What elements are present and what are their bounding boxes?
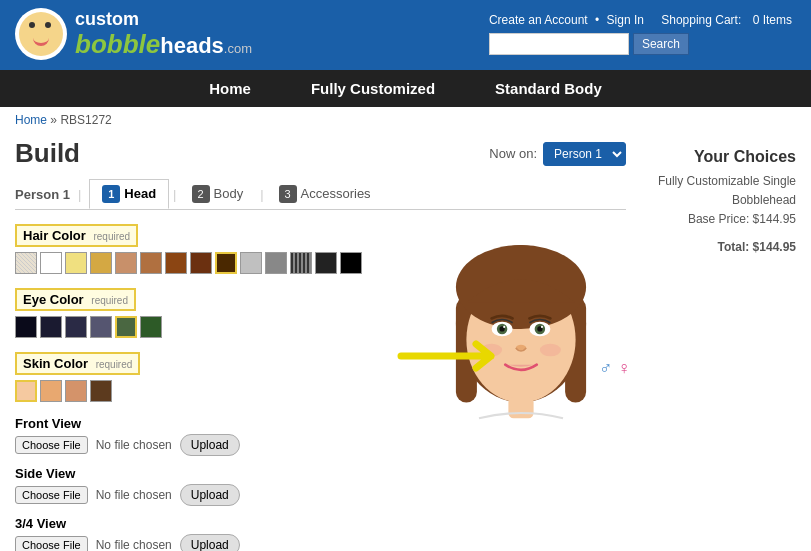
three-quarter-upload-btn[interactable]: Upload <box>180 534 240 551</box>
build-title: Build <box>15 138 80 169</box>
hair-swatch-brown[interactable] <box>165 252 187 274</box>
three-quarter-view-upload: 3/4 View Choose File No file chosen Uplo… <box>15 516 406 551</box>
front-view-upload-btn[interactable]: Upload <box>180 434 240 456</box>
hair-swatch-very-dark[interactable] <box>315 252 337 274</box>
side-view-label: Side View <box>15 466 406 481</box>
hair-swatch-white[interactable] <box>40 252 62 274</box>
hair-color-section: Hair Color required <box>15 224 406 274</box>
side-view-no-file: No file chosen <box>96 488 172 502</box>
female-icon[interactable]: ♀ <box>618 358 632 378</box>
male-icon[interactable]: ♂ <box>599 358 613 378</box>
side-view-upload: Side View Choose File No file chosen Upl… <box>15 466 406 506</box>
hair-color-label: Hair Color required <box>15 224 138 247</box>
build-header: Build Now on: Person 1 <box>15 138 626 169</box>
front-view-controls: Choose File No file chosen Upload <box>15 434 406 456</box>
skin-color-section: Skin Color required <box>15 352 406 402</box>
your-choices-panel: Your Choices Fully Customizable Single B… <box>636 138 796 551</box>
logo-bobbleheads: bobbleheads.com <box>75 30 252 59</box>
hair-swatch-light-brown[interactable] <box>115 252 137 274</box>
logo-circle <box>15 8 67 60</box>
eye-color-label: Eye Color required <box>15 288 136 311</box>
face-preview-svg <box>436 224 606 434</box>
skin-color-swatches <box>15 380 406 402</box>
nav-home[interactable]: Home <box>209 80 251 97</box>
side-view-controls: Choose File No file chosen Upload <box>15 484 406 506</box>
eye-color-swatches <box>15 316 406 338</box>
hair-swatch-black[interactable] <box>340 252 362 274</box>
skin-swatch-light[interactable] <box>15 380 37 402</box>
eye-swatch-2[interactable] <box>40 316 62 338</box>
nav-standard-body[interactable]: Standard Body <box>495 80 602 97</box>
skin-color-label: Skin Color required <box>15 352 140 375</box>
options-col: Hair Color required <box>15 224 406 551</box>
content-row: Hair Color required <box>15 224 626 551</box>
header-right: Create an Account • Sign In Shopping Car… <box>489 13 796 55</box>
skin-swatch-dark[interactable] <box>90 380 112 402</box>
svg-point-12 <box>541 326 543 328</box>
head-body-tabs: Person 1 | 1Head | 2Body | 3Accessories <box>15 179 626 210</box>
side-view-upload-btn[interactable]: Upload <box>180 484 240 506</box>
gender-icons[interactable]: ♂ ♀ <box>599 358 631 379</box>
person-tab-label: Person 1 <box>15 187 70 202</box>
front-view-file-btn[interactable]: Choose File <box>15 436 88 454</box>
three-quarter-file-btn[interactable]: Choose File <box>15 536 88 551</box>
your-choices-desc2: Bobblehead <box>636 191 796 210</box>
breadcrumb: Home » RBS1272 <box>0 107 811 133</box>
eye-swatch-green[interactable] <box>115 316 137 338</box>
sign-in-link[interactable]: Sign In <box>607 13 644 27</box>
site-header: custom bobbleheads.com Create an Account… <box>0 0 811 70</box>
your-choices-heading: Your Choices <box>636 148 796 166</box>
eye-swatch-1[interactable] <box>15 316 37 338</box>
hair-swatch-gold[interactable] <box>90 252 112 274</box>
person-select[interactable]: Person 1 <box>543 142 626 166</box>
three-quarter-view-controls: Choose File No file chosen Upload <box>15 534 406 551</box>
front-view-no-file: No file chosen <box>96 438 172 452</box>
logo-text: custom bobbleheads.com <box>75 10 252 58</box>
search-input[interactable] <box>489 33 629 55</box>
preview-col: ♂ ♀ <box>426 224 626 551</box>
hair-swatch-gray[interactable] <box>265 252 287 274</box>
side-view-file-btn[interactable]: Choose File <box>15 486 88 504</box>
header-links: Create an Account • Sign In Shopping Car… <box>489 13 796 27</box>
gender-arrow <box>396 339 516 377</box>
front-view-upload: Front View Choose File No file chosen Up… <box>15 416 406 456</box>
main-content: Build Now on: Person 1 Person 1 | 1Head … <box>0 133 811 551</box>
svg-point-11 <box>503 326 505 328</box>
your-choices-desc1: Fully Customizable Single <box>636 172 796 191</box>
eye-swatch-3[interactable] <box>65 316 87 338</box>
hair-swatch-yellow[interactable] <box>65 252 87 274</box>
front-view-label: Front View <box>15 416 406 431</box>
nav-fully-customized[interactable]: Fully Customized <box>311 80 435 97</box>
hair-swatch-pattern[interactable] <box>15 252 37 274</box>
svg-rect-16 <box>508 397 533 418</box>
eye-color-section: Eye Color required <box>15 288 406 338</box>
hair-color-swatches <box>15 252 406 274</box>
main-nav: Home Fully Customized Standard Body <box>0 70 811 107</box>
preview-wrapper: ♂ ♀ <box>436 224 616 437</box>
logo-area: custom bobbleheads.com <box>15 8 252 60</box>
hair-swatch-medium-brown[interactable] <box>140 252 162 274</box>
svg-point-15 <box>540 344 561 357</box>
eye-swatch-4[interactable] <box>90 316 112 338</box>
skin-swatch-medium[interactable] <box>65 380 87 402</box>
tab-body[interactable]: 2Body <box>179 179 257 209</box>
tab-head[interactable]: 1Head <box>89 179 169 209</box>
eye-swatch-dark-green[interactable] <box>140 316 162 338</box>
hair-swatch-striped[interactable] <box>290 252 312 274</box>
hair-swatch-darkest-brown[interactable] <box>215 252 237 274</box>
skin-swatch-medium-light[interactable] <box>40 380 62 402</box>
hair-swatch-dark-brown[interactable] <box>190 252 212 274</box>
left-panel: Build Now on: Person 1 Person 1 | 1Head … <box>15 138 626 551</box>
total-price: Total: $144.95 <box>636 238 796 257</box>
logo-face-icon <box>19 12 63 56</box>
tab-accessories[interactable]: 3Accessories <box>266 179 384 209</box>
three-quarter-no-file: No file chosen <box>96 538 172 551</box>
three-quarter-view-label: 3/4 View <box>15 516 406 531</box>
breadcrumb-home[interactable]: Home <box>15 113 47 127</box>
create-account-link[interactable]: Create an Account <box>489 13 588 27</box>
hair-swatch-silver[interactable] <box>240 252 262 274</box>
now-on: Now on: Person 1 <box>489 142 626 166</box>
search-area: Search <box>489 33 796 55</box>
logo-custom: custom <box>75 10 252 30</box>
search-button[interactable]: Search <box>633 33 689 55</box>
